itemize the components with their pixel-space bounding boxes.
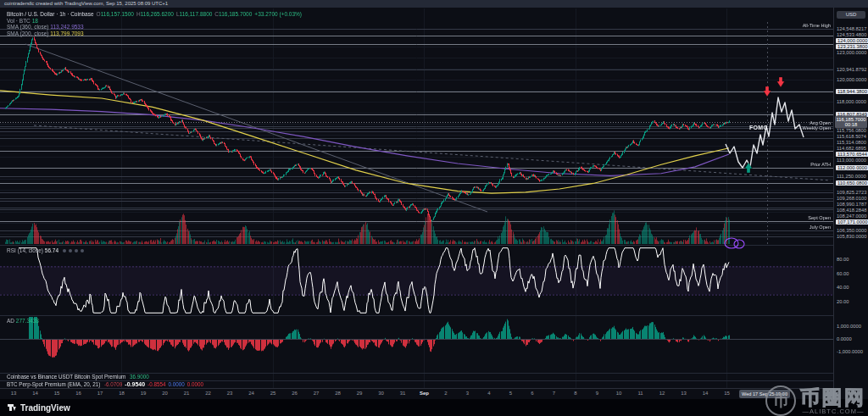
legend: Bitcoin / U.S. Dollar · 1h · CoinbaseO11… <box>7 11 302 36</box>
time-axis-label: 17 <box>97 391 103 396</box>
time-axis-label: 4 <box>487 391 490 396</box>
change-value: +33.2700 (+0.03%) <box>254 11 302 17</box>
perp-premium-value: -6.0709 <box>104 381 122 387</box>
time-axis-label: 23 <box>227 391 233 396</box>
price-scale-label: 120,941.8792 <box>837 67 866 72</box>
price-scale-label: 115,618.5074 <box>837 134 866 139</box>
level-label-weekly-open: Weekly Open <box>803 125 831 130</box>
spot-premium-value: 36.9000 <box>130 374 149 380</box>
time-axis-label: 21 <box>184 391 190 396</box>
ohlc-value: 116,157.1500 <box>101 11 134 17</box>
perp-premium-legend: BTC Perp-Spot Premium (EMA, 20, 21) -6.0… <box>7 381 203 387</box>
ohlc-values: O116,157.1500H116,265.6200L116,117.8800C… <box>94 11 253 17</box>
perp-premium-values: -6.0709-0.9540-0.85540.00000.0000 <box>102 381 203 387</box>
symbol-title[interactable]: Bitcoin / U.S. Dollar · 1h · Coinbase <box>7 11 94 17</box>
time-axis-label: 13 <box>681 391 687 396</box>
bar-countdown: 00:18 <box>835 122 867 128</box>
ohlc-value: 116,117.8800 <box>180 11 213 17</box>
tradingview-logo-text: TradingView <box>20 403 70 413</box>
spot-premium-label[interactable]: Coinbase vs Binance USDT Bitcoin Spot Pr… <box>7 374 125 380</box>
indicator-scale-label: 60.00 <box>837 271 849 276</box>
price-scale-label: 115,756.0800 <box>837 128 866 133</box>
perp-premium-label[interactable]: BTC Perp-Spot Premium (EMA, 20, 21) <box>7 381 100 387</box>
time-axis-label: 31 <box>400 391 406 396</box>
footer-bar: TradingView <box>0 399 868 416</box>
indicator-dot-icon[interactable] <box>69 249 72 252</box>
price-scale-label: 118,000.0000 <box>837 99 866 104</box>
rsi-label[interactable]: RSI (14, close) <box>7 247 43 253</box>
price-scale-label: 124,548.8217 <box>837 26 866 31</box>
volume-label[interactable]: Vol · BTC <box>7 18 31 24</box>
perp-premium-value: 0.0000 <box>168 381 184 387</box>
sma360-value: 113,242.9533 <box>50 24 83 30</box>
price-scale-label: 113,000.0000 <box>837 158 866 163</box>
price-scale-label: 108,990.1787 <box>837 202 866 207</box>
time-axis-label: 30 <box>378 391 384 396</box>
indicator-scale-label: -1,000.0000 <box>837 349 863 354</box>
ohlc-value: 116,185.7000 <box>219 11 252 17</box>
price-scale-label: 123,231.3800 <box>836 44 868 49</box>
indicator-scale-label: 20.00 <box>837 299 849 304</box>
price-scale-label: 109,268.0100 <box>837 196 866 201</box>
level-label-prior-ath: Prior ATH <box>810 162 831 167</box>
price-scale-label: 114,682.6895 <box>837 146 866 151</box>
time-axis-label: 14 <box>32 391 38 396</box>
price-scale-label: 108,418.2848 <box>837 208 866 213</box>
tradingview-logo[interactable]: TradingView <box>7 402 70 413</box>
price-scale-label: 106,350.0000 <box>837 228 866 233</box>
time-axis-label: 2 <box>444 391 447 396</box>
time-axis-label: 26 <box>292 391 298 396</box>
perp-premium-value: -0.9540 <box>125 381 145 387</box>
sma360-label[interactable]: SMA (360, close) <box>7 24 49 30</box>
watermark-logo-icon: 币 <box>765 385 796 416</box>
rsi-settings-icons[interactable] <box>60 247 84 253</box>
time-axis-label: 16 <box>75 391 81 396</box>
time-axis-label: 11 <box>637 391 643 396</box>
time-axis-label: 7 <box>553 391 555 396</box>
ad-value: 277.3438 <box>16 318 39 324</box>
price-scale-label: 111,250.0000 <box>837 174 866 179</box>
indicator-scale-label: 40.00 <box>837 285 849 290</box>
indicator-scale-label: 80.00 <box>837 257 849 262</box>
price-scale[interactable]: USD 124,548.8217124,533.4800124,000.0000… <box>833 8 868 399</box>
volume-value: 18 <box>32 18 38 24</box>
price-scale-label: 109,825.2723 <box>837 190 866 195</box>
price-scale-label: 115,314.0800 <box>837 140 866 145</box>
indicator-dot-icon[interactable] <box>63 249 66 252</box>
spot-premium-legend: Coinbase vs Binance USDT Bitcoin Spot Pr… <box>7 374 149 380</box>
time-axis-label: 13 <box>11 391 17 396</box>
ohlc-value: 116,265.6200 <box>141 11 174 17</box>
price-scale-label: 123,000.0000 <box>837 50 866 55</box>
time-axis-label: 22 <box>205 391 211 396</box>
time-axis-label: 14 <box>703 391 709 396</box>
time-axis-label: 27 <box>314 391 320 396</box>
price-scale-label: 112,000.0000 <box>836 165 868 170</box>
price-scale-label: 113,570.6544 <box>836 152 868 157</box>
sma200-label[interactable]: SMA (200, close) <box>7 31 49 36</box>
time-axis-label: 6 <box>531 391 533 396</box>
rsi-value: 56.74 <box>45 247 58 253</box>
time-axis-label: 8 <box>574 391 576 396</box>
time-axis-label: 9 <box>596 391 598 396</box>
price-scale-label: 118,944.3800 <box>836 89 868 94</box>
time-axis[interactable]: 13141516171819202122232425262728293031Se… <box>0 388 833 399</box>
price-scale-currency[interactable]: USD <box>837 11 865 19</box>
level-label-july-open: July Open <box>810 225 831 230</box>
time-axis-label: 10 <box>616 391 622 396</box>
attribution-bar: cointradersllc created with TradingView.… <box>0 0 868 8</box>
chart-canvas[interactable] <box>0 0 868 416</box>
indicator-dot-icon[interactable] <box>75 249 78 252</box>
watermark: 币 币圈网 —ALIBTC.COM— <box>765 385 866 416</box>
time-axis-label: 18 <box>119 391 125 396</box>
rsi-legend: RSI (14, close) 56.74 <box>7 247 84 253</box>
fomc-annotation[interactable]: FOMC <box>749 125 768 130</box>
price-scale-label: 124,533.4800 <box>837 32 866 37</box>
tradingview-chart-app: cointradersllc created with TradingView.… <box>0 0 868 416</box>
ad-label[interactable]: AD <box>7 318 14 324</box>
level-label-sept-open: Sept Open <box>808 215 831 220</box>
time-axis-label: 24 <box>248 391 254 396</box>
indicator-dot-icon[interactable] <box>81 249 84 252</box>
time-axis-label: 5 <box>509 391 512 396</box>
time-axis-label: Sep <box>420 391 429 396</box>
time-axis-label: 20 <box>162 391 168 396</box>
